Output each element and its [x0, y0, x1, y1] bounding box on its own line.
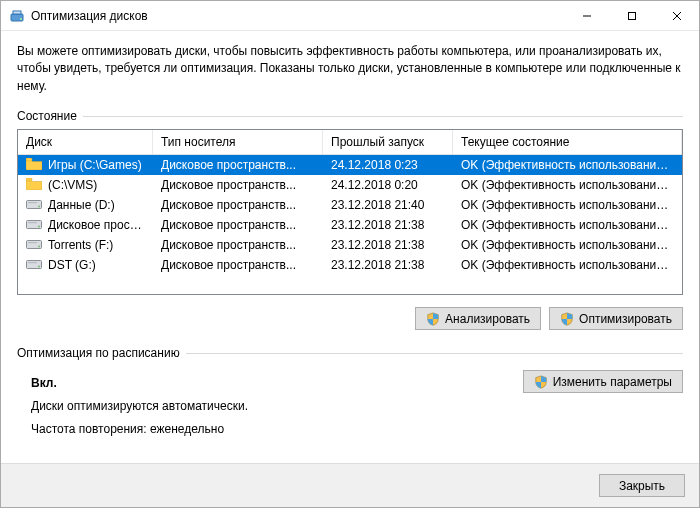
cell-last: 24.12.2018 0:23	[323, 158, 453, 172]
table-row[interactable]: Дисковое простран...Дисковое пространств…	[18, 215, 682, 235]
cell-media: Дисковое пространств...	[153, 258, 323, 272]
svg-rect-14	[28, 222, 37, 223]
schedule-info: Вкл. Диски оптимизируются автоматически.…	[17, 366, 523, 440]
change-label: Изменить параметры	[553, 375, 672, 389]
cell-status: OK (Эффективность использования про...	[453, 178, 682, 192]
schedule-label: Оптимизация по расписанию	[17, 346, 180, 360]
cell-disk: Дисковое простран...	[18, 218, 153, 233]
cell-disk: Данные (D:)	[18, 198, 153, 213]
col-last[interactable]: Прошлый запуск	[323, 130, 453, 154]
footer: Закрыть	[1, 463, 699, 507]
svg-rect-7	[26, 158, 32, 161]
schedule-section-header: Оптимизация по расписанию	[17, 346, 683, 360]
cell-media: Дисковое пространств...	[153, 198, 323, 212]
shield-icon	[426, 312, 440, 326]
title-bar: Оптимизация дисков	[1, 1, 699, 31]
list-body[interactable]: Игры (C:\Games)Дисковое пространств...24…	[18, 155, 682, 294]
cell-media: Дисковое пространств...	[153, 178, 323, 192]
window-title: Оптимизация дисков	[31, 9, 564, 23]
schedule-freq: Частота повторения: еженедельно	[31, 418, 523, 441]
svg-point-10	[38, 205, 40, 207]
cell-disk: Игры (C:\Games)	[18, 158, 153, 173]
svg-rect-8	[26, 178, 32, 181]
close-button[interactable]	[654, 1, 699, 30]
schedule-enabled: Вкл.	[31, 376, 57, 390]
schedule-auto: Диски оптимизируются автоматически.	[31, 395, 523, 418]
cell-media: Дисковое пространств...	[153, 158, 323, 172]
cell-last: 23.12.2018 21:38	[323, 238, 453, 252]
svg-rect-11	[28, 202, 37, 203]
cell-status: OK (Эффективность использования про...	[453, 238, 682, 252]
table-row[interactable]: Данные (D:)Дисковое пространств...23.12.…	[18, 195, 682, 215]
maximize-button[interactable]	[609, 1, 654, 30]
svg-point-13	[38, 225, 40, 227]
shield-icon	[534, 375, 548, 389]
list-header: Диск Тип носителя Прошлый запуск Текущее…	[18, 130, 682, 155]
cell-disk: DST (G:)	[18, 258, 153, 273]
cell-status: OK (Эффективность использования про...	[453, 158, 682, 172]
intro-text: Вы можете оптимизировать диски, чтобы по…	[17, 43, 683, 95]
status-section-header: Состояние	[17, 109, 683, 123]
svg-rect-1	[13, 11, 21, 14]
drive-name: Данные (D:)	[48, 198, 115, 212]
cell-last: 23.12.2018 21:40	[323, 198, 453, 212]
cell-last: 23.12.2018 21:38	[323, 218, 453, 232]
drive-icon	[26, 158, 42, 173]
close-label: Закрыть	[619, 479, 665, 493]
drive-name: (C:\VMS)	[48, 178, 97, 192]
app-icon	[9, 8, 25, 24]
cell-status: OK (Эффективность использования про...	[453, 198, 682, 212]
table-row[interactable]: DST (G:)Дисковое пространств...23.12.201…	[18, 255, 682, 275]
cell-media: Дисковое пространств...	[153, 218, 323, 232]
cell-disk: Torrents (F:)	[18, 238, 153, 253]
cell-media: Дисковое пространств...	[153, 238, 323, 252]
drive-icon	[26, 218, 42, 233]
drive-name: DST (G:)	[48, 258, 96, 272]
drive-name: Игры (C:\Games)	[48, 158, 142, 172]
status-label: Состояние	[17, 109, 77, 123]
analyze-button[interactable]: Анализировать	[415, 307, 541, 330]
svg-rect-17	[28, 242, 37, 243]
minimize-button[interactable]	[564, 1, 609, 30]
svg-rect-4	[628, 12, 635, 19]
cell-disk: (C:\VMS)	[18, 178, 153, 193]
drive-name: Torrents (F:)	[48, 238, 113, 252]
drive-name: Дисковое простран...	[48, 218, 145, 232]
close-dialog-button[interactable]: Закрыть	[599, 474, 685, 497]
drive-icon	[26, 238, 42, 253]
svg-rect-20	[28, 262, 37, 263]
col-media[interactable]: Тип носителя	[153, 130, 323, 154]
change-settings-button[interactable]: Изменить параметры	[523, 370, 683, 393]
window: Оптимизация дисков Вы можете оптимизиров…	[0, 0, 700, 508]
drive-icon	[26, 178, 42, 193]
svg-point-19	[38, 265, 40, 267]
optimize-label: Оптимизировать	[579, 312, 672, 326]
cell-last: 23.12.2018 21:38	[323, 258, 453, 272]
cell-last: 24.12.2018 0:20	[323, 178, 453, 192]
drive-icon	[26, 258, 42, 273]
shield-icon	[560, 312, 574, 326]
table-row[interactable]: (C:\VMS)Дисковое пространств...24.12.201…	[18, 175, 682, 195]
svg-point-16	[38, 245, 40, 247]
col-status[interactable]: Текущее состояние	[453, 130, 682, 154]
table-row[interactable]: Torrents (F:)Дисковое пространств...23.1…	[18, 235, 682, 255]
drive-icon	[26, 198, 42, 213]
svg-point-2	[20, 18, 22, 20]
col-disk[interactable]: Диск	[18, 130, 153, 154]
analyze-label: Анализировать	[445, 312, 530, 326]
table-row[interactable]: Игры (C:\Games)Дисковое пространств...24…	[18, 155, 682, 175]
optimize-button[interactable]: Оптимизировать	[549, 307, 683, 330]
cell-status: OK (Эффективность использования про...	[453, 218, 682, 232]
drive-list[interactable]: Диск Тип носителя Прошлый запуск Текущее…	[17, 129, 683, 295]
cell-status: OK (Эффективность использования про...	[453, 258, 682, 272]
